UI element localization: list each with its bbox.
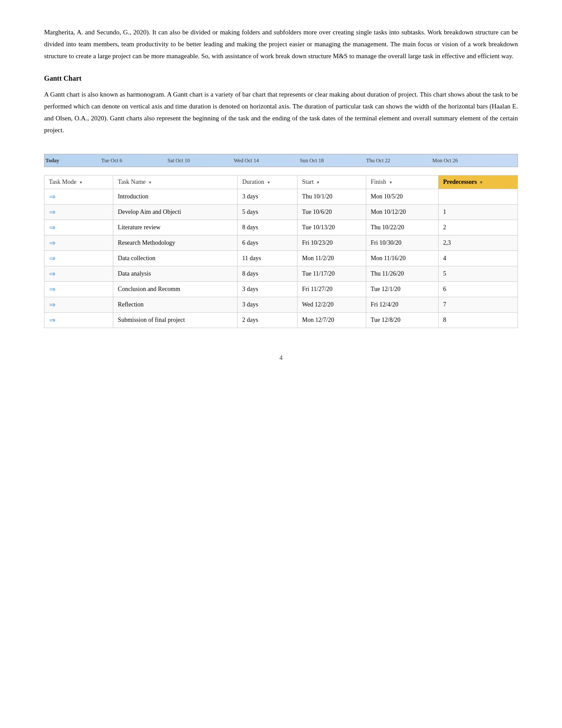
- gantt-table: Task Mode ▾ Task Name ▾ Duration ▾ Start…: [44, 175, 518, 328]
- task-name-cell: Research Methodology: [113, 235, 238, 251]
- task-predecessors-cell: [439, 189, 518, 205]
- task-mode-icon: ⇒: [49, 192, 56, 202]
- th-start-arrow: ▾: [317, 180, 319, 185]
- th-task-mode-arrow: ▾: [80, 180, 82, 185]
- task-duration-cell: 8 days: [238, 266, 298, 282]
- task-predecessors-cell: 2: [439, 220, 518, 235]
- task-mode-cell: ⇒: [45, 313, 113, 328]
- table-row: ⇒Research Methodology6 daysFri 10/23/20F…: [45, 235, 518, 251]
- table-row: ⇒Introduction3 daysThu 10/1/20Mon 10/5/2…: [45, 189, 518, 205]
- timeline-thu-oct22: Thu Oct 22: [366, 157, 391, 164]
- timeline-wed-oct14: Wed Oct 14: [234, 157, 259, 164]
- task-finish-cell: Thu 11/26/20: [366, 266, 439, 282]
- th-finish[interactable]: Finish ▾: [366, 175, 439, 189]
- table-row: ⇒Data analysis8 daysTue 11/17/20Thu 11/2…: [45, 266, 518, 282]
- task-name-cell: Reflection: [113, 297, 238, 313]
- task-predecessors-cell: 6: [439, 282, 518, 297]
- gantt-section: Today Tue Oct 6 Sat Oct 10 Wed Oct 14 Su…: [44, 154, 518, 328]
- task-duration-cell: 3 days: [238, 297, 298, 313]
- timeline-sat-oct10: Sat Oct 10: [167, 157, 190, 164]
- task-duration-cell: 11 days: [238, 251, 298, 266]
- task-mode-icon: ⇒: [49, 300, 56, 310]
- task-mode-cell: ⇒: [45, 205, 113, 220]
- task-name-cell: Data collection: [113, 251, 238, 266]
- task-mode-icon: ⇒: [49, 315, 56, 325]
- task-mode-icon: ⇒: [49, 207, 56, 217]
- timeline-tue-oct6: Tue Oct 6: [101, 157, 123, 164]
- task-start-cell: Fri 10/23/20: [298, 235, 366, 251]
- th-start[interactable]: Start ▾: [298, 175, 366, 189]
- task-mode-cell: ⇒: [45, 251, 113, 266]
- task-predecessors-cell: 1: [439, 205, 518, 220]
- task-start-cell: Tue 11/17/20: [298, 266, 366, 282]
- timeline-sun-oct18: Sun Oct 18: [300, 157, 324, 164]
- task-finish-cell: Fri 12/4/20: [366, 297, 439, 313]
- body-paragraph-2: A Gantt chart is also known as harmonogr…: [44, 89, 518, 136]
- task-duration-cell: 5 days: [238, 205, 298, 220]
- th-predecessors[interactable]: Predecessors ▾: [439, 175, 518, 189]
- task-name-cell: Introduction: [113, 189, 238, 205]
- task-mode-cell: ⇒: [45, 189, 113, 205]
- timeline-bar: Today Tue Oct 6 Sat Oct 10 Wed Oct 14 Su…: [44, 154, 518, 167]
- table-row: ⇒Conclusion and Recomm3 daysFri 11/27/20…: [45, 282, 518, 297]
- task-finish-cell: Mon 10/5/20: [366, 189, 439, 205]
- task-finish-cell: Tue 12/1/20: [366, 282, 439, 297]
- task-start-cell: Thu 10/1/20: [298, 189, 366, 205]
- task-start-cell: Tue 10/13/20: [298, 220, 366, 235]
- task-mode-icon: ⇒: [49, 269, 56, 279]
- table-row: ⇒Submission of final project2 daysMon 12…: [45, 313, 518, 328]
- th-task-mode[interactable]: Task Mode ▾: [45, 175, 113, 189]
- table-row: ⇒Data collection11 daysMon 11/2/20Mon 11…: [45, 251, 518, 266]
- task-start-cell: Tue 10/6/20: [298, 205, 366, 220]
- task-duration-cell: 2 days: [238, 313, 298, 328]
- page-number: 4: [44, 355, 518, 362]
- task-mode-icon: ⇒: [49, 238, 56, 248]
- task-duration-cell: 3 days: [238, 282, 298, 297]
- task-finish-cell: Mon 11/16/20: [366, 251, 439, 266]
- task-mode-cell: ⇒: [45, 297, 113, 313]
- th-duration-arrow: ▾: [268, 180, 270, 185]
- task-predecessors-cell: 2,3: [439, 235, 518, 251]
- th-task-name[interactable]: Task Name ▾: [113, 175, 238, 189]
- task-mode-cell: ⇒: [45, 235, 113, 251]
- task-mode-icon: ⇒: [49, 254, 56, 263]
- task-mode-cell: ⇒: [45, 282, 113, 297]
- task-finish-cell: Tue 12/8/20: [366, 313, 439, 328]
- section-heading: Gantt Chart: [44, 75, 518, 82]
- th-finish-arrow: ▾: [390, 180, 392, 185]
- task-predecessors-cell: 4: [439, 251, 518, 266]
- task-mode-icon: ⇒: [49, 284, 56, 294]
- table-row: ⇒Reflection3 daysWed 12/2/20Fri 12/4/207: [45, 297, 518, 313]
- table-row: ⇒Develop Aim and Objecti5 daysTue 10/6/2…: [45, 205, 518, 220]
- timeline-mon-oct26: Mon Oct 26: [432, 157, 458, 164]
- task-mode-icon: ⇒: [49, 223, 56, 232]
- timeline-today: Today: [45, 157, 60, 164]
- task-finish-cell: Fri 10/30/20: [366, 235, 439, 251]
- task-name-cell: Conclusion and Recomm: [113, 282, 238, 297]
- task-start-cell: Mon 11/2/20: [298, 251, 366, 266]
- th-duration[interactable]: Duration ▾: [238, 175, 298, 189]
- task-finish-cell: Thu 10/22/20: [366, 220, 439, 235]
- task-name-cell: Literature review: [113, 220, 238, 235]
- task-start-cell: Fri 11/27/20: [298, 282, 366, 297]
- task-duration-cell: 3 days: [238, 189, 298, 205]
- task-name-cell: Submission of final project: [113, 313, 238, 328]
- task-mode-cell: ⇒: [45, 220, 113, 235]
- task-predecessors-cell: 7: [439, 297, 518, 313]
- task-finish-cell: Mon 10/12/20: [366, 205, 439, 220]
- task-start-cell: Mon 12/7/20: [298, 313, 366, 328]
- table-header-row: Task Mode ▾ Task Name ▾ Duration ▾ Start…: [45, 175, 518, 189]
- task-mode-cell: ⇒: [45, 266, 113, 282]
- task-start-cell: Wed 12/2/20: [298, 297, 366, 313]
- task-predecessors-cell: 8: [439, 313, 518, 328]
- task-name-cell: Develop Aim and Objecti: [113, 205, 238, 220]
- task-name-cell: Data analysis: [113, 266, 238, 282]
- body-paragraph-1: Margherita, A. and Secundo, G., 2020). I…: [44, 26, 518, 62]
- task-duration-cell: 6 days: [238, 235, 298, 251]
- task-predecessors-cell: 5: [439, 266, 518, 282]
- th-task-name-arrow: ▾: [149, 180, 151, 185]
- th-predecessors-arrow: ▾: [480, 180, 482, 185]
- task-duration-cell: 8 days: [238, 220, 298, 235]
- table-row: ⇒Literature review8 daysTue 10/13/20Thu …: [45, 220, 518, 235]
